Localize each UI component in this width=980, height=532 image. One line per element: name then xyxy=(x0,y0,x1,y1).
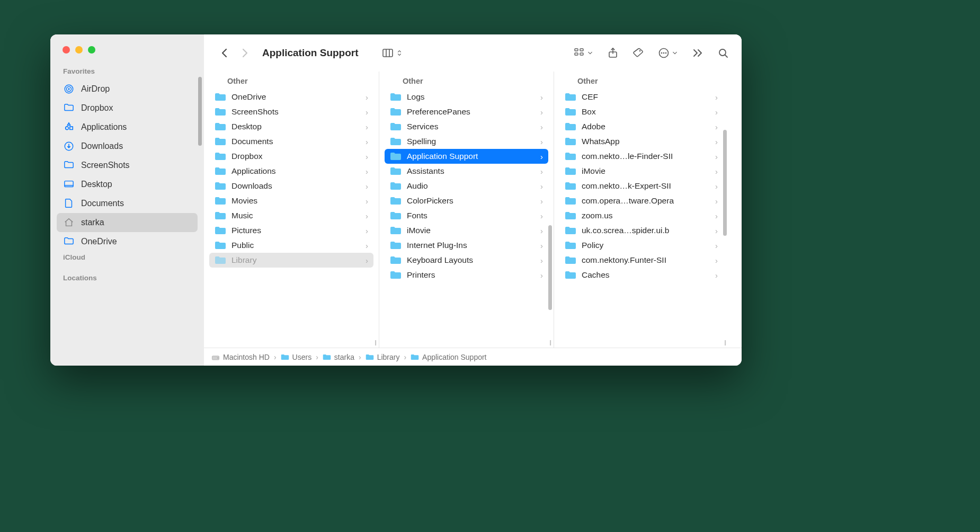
folder-icon xyxy=(565,226,576,235)
path-segment[interactable]: Application Support xyxy=(411,353,486,361)
folder-row[interactable]: Documents› xyxy=(209,134,373,149)
folder-row[interactable]: Downloads› xyxy=(209,179,373,193)
folder-row[interactable]: Fonts› xyxy=(385,208,548,223)
sidebar: FavoritesAirDropDropboxApplicationsDownl… xyxy=(50,34,204,366)
actions-button[interactable] xyxy=(658,47,678,59)
folder-row[interactable]: Logs› xyxy=(385,90,548,104)
folder-row[interactable]: Desktop› xyxy=(209,119,373,134)
sidebar-item-label: Applications xyxy=(81,122,127,132)
sidebar-item-documents[interactable]: Documents xyxy=(57,194,198,213)
column-0: OtherOneDrive›ScreenShots›Desktop›Docume… xyxy=(204,72,379,348)
chevron-right-icon: › xyxy=(540,167,543,176)
window-controls xyxy=(50,34,204,54)
folder-row[interactable]: Movies› xyxy=(209,193,373,208)
desktop-icon xyxy=(63,179,75,190)
folder-row[interactable]: iMovie› xyxy=(559,164,723,179)
folder-row[interactable]: Applications› xyxy=(209,164,373,179)
folder-row[interactable]: Policy› xyxy=(559,238,723,253)
column-resize-handle[interactable]: || xyxy=(375,339,376,345)
folder-label: PreferencePanes xyxy=(407,107,535,117)
folder-row[interactable]: com.nekto…k-Expert-SII› xyxy=(559,179,723,193)
sidebar-item-desktop[interactable]: Desktop xyxy=(57,175,198,194)
path-segment[interactable]: starka xyxy=(323,353,354,361)
sidebar-item-dropbox[interactable]: Dropbox xyxy=(57,99,198,118)
folder-row[interactable]: Spelling› xyxy=(385,134,548,149)
close-button[interactable] xyxy=(63,46,70,54)
forward-button[interactable] xyxy=(237,45,253,61)
chevron-right-icon: › xyxy=(715,122,718,131)
folder-row[interactable]: Music› xyxy=(209,208,373,223)
home-icon xyxy=(63,217,75,228)
folder-row[interactable]: Application Support› xyxy=(385,149,548,164)
view-columns-button[interactable] xyxy=(382,47,403,59)
folder-row[interactable]: Internet Plug-Ins› xyxy=(385,238,548,253)
folder-row[interactable]: Caches› xyxy=(559,268,723,282)
chevron-right-icon: › xyxy=(715,93,718,102)
folder-row[interactable]: Printers› xyxy=(385,268,548,282)
sidebar-scrollbar[interactable] xyxy=(198,77,202,146)
tags-button[interactable] xyxy=(632,47,644,59)
folder-row[interactable]: Box› xyxy=(559,104,723,119)
column-resize-handle[interactable]: || xyxy=(549,339,550,345)
share-button[interactable] xyxy=(607,47,619,59)
folder-row[interactable]: PreferencePanes› xyxy=(385,104,548,119)
search-button[interactable] xyxy=(717,47,729,59)
folder-row[interactable]: OneDrive› xyxy=(209,90,373,104)
column-scrollbar[interactable] xyxy=(723,130,727,236)
folder-icon xyxy=(565,92,576,102)
folder-icon xyxy=(215,211,226,220)
folder-row[interactable]: Services› xyxy=(385,119,548,134)
folder-row[interactable]: uk.co.screa…spider.ui.b› xyxy=(559,223,723,238)
folder-label: Adobe xyxy=(582,122,710,131)
folder-row[interactable]: com.nektony.Funter-SII› xyxy=(559,253,723,268)
back-button[interactable] xyxy=(217,45,233,61)
folder-row[interactable]: Pictures› xyxy=(209,223,373,238)
zoom-button[interactable] xyxy=(88,46,95,54)
sidebar-item-screenshots[interactable]: ScreenShots xyxy=(57,156,198,175)
folder-icon xyxy=(215,226,226,235)
folder-label: ColorPickers xyxy=(407,196,535,206)
folder-row[interactable]: ColorPickers› xyxy=(385,193,548,208)
folder-row[interactable]: WhatsApp› xyxy=(559,134,723,149)
sidebar-item-airdrop[interactable]: AirDrop xyxy=(57,79,198,99)
folder-icon xyxy=(411,353,419,361)
folder-row[interactable]: Public› xyxy=(209,238,373,253)
chevron-right-icon: › xyxy=(540,108,543,117)
sidebar-item-onedrive[interactable]: OneDrive xyxy=(57,232,198,251)
folder-row[interactable]: ScreenShots› xyxy=(209,104,373,119)
folder-row[interactable]: Keyboard Layouts› xyxy=(385,253,548,268)
chevron-right-icon: › xyxy=(540,122,543,131)
sidebar-item-applications[interactable]: Applications xyxy=(57,118,198,137)
folder-row[interactable]: com.opera…tware.Opera› xyxy=(559,193,723,208)
folder-row[interactable]: Dropbox› xyxy=(209,149,373,164)
sidebar-item-label: Documents xyxy=(81,199,124,208)
column-scrollbar[interactable] xyxy=(548,225,552,310)
column-2: OtherCEF›Box›Adobe›WhatsApp›com.nekto…le… xyxy=(554,72,728,348)
sidebar-item-starka[interactable]: starka xyxy=(57,213,198,232)
folder-row[interactable]: zoom.us› xyxy=(559,208,723,223)
folder-label: Fonts xyxy=(407,211,535,220)
folder-label: Public xyxy=(231,241,360,250)
minimize-button[interactable] xyxy=(75,46,83,54)
folder-label: Dropbox xyxy=(231,152,360,161)
chevron-right-icon: › xyxy=(540,152,543,161)
folder-row[interactable]: Assistants› xyxy=(385,164,548,179)
chevron-right-icon: › xyxy=(404,353,406,361)
path-segment[interactable]: Library xyxy=(366,353,400,361)
folder-row[interactable]: com.nekto…le-Finder-SII› xyxy=(559,149,723,164)
column-resize-handle[interactable]: || xyxy=(724,339,725,345)
folder-label: Assistants xyxy=(407,166,535,176)
folder-icon xyxy=(215,255,226,265)
overflow-button[interactable] xyxy=(692,47,703,59)
folder-row[interactable]: Library› xyxy=(209,253,373,268)
folder-row[interactable]: Audio› xyxy=(385,179,548,193)
group-by-button[interactable] xyxy=(573,47,593,59)
folder-row[interactable]: iMovie› xyxy=(385,223,548,238)
path-segment[interactable]: Users xyxy=(281,353,312,361)
path-segment[interactable]: Macintosh HD xyxy=(211,353,270,361)
sidebar-item-label: Desktop xyxy=(81,180,112,189)
folder-row[interactable]: CEF› xyxy=(559,90,723,104)
sidebar-item-downloads[interactable]: Downloads xyxy=(57,137,198,156)
folder-row[interactable]: Adobe› xyxy=(559,119,723,134)
folder-icon xyxy=(565,137,576,146)
